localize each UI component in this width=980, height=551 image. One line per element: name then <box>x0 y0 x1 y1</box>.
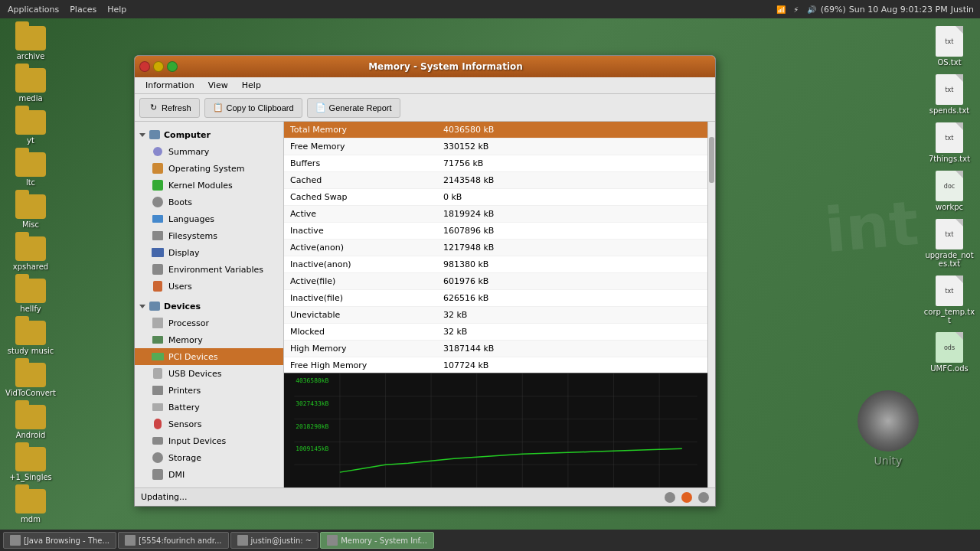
dmi-icon <box>152 468 164 481</box>
icon-plus1singles[interactable]: +1_Singles <box>3 444 58 484</box>
sysinfo-icon <box>327 535 338 546</box>
sidebar-item-sensors[interactable]: Sensors <box>135 416 283 432</box>
icon-hellfy[interactable]: hellfy <box>3 276 58 316</box>
sidebar-item-memory[interactable]: Memory <box>135 331 283 348</box>
applications-menu[interactable]: Applications <box>3 0 64 18</box>
system-tray: 📶 ⚡ 🔊 (69%) Sun 10 Aug 9:01:23 PM Justin <box>775 3 980 15</box>
maximize-button[interactable] <box>167 61 178 72</box>
scrollbar-thumb[interactable] <box>709 137 714 183</box>
sidebar-item-storage[interactable]: Storage <box>135 449 283 466</box>
table-row: Active(file)601976 kB <box>284 273 707 290</box>
icon-misc[interactable]: Misc <box>3 191 58 232</box>
minimize-button[interactable] <box>153 61 164 72</box>
sidebar-item-os[interactable]: Operating System <box>135 160 283 177</box>
main-window: Memory - System Information Information … <box>134 55 716 507</box>
computer-header[interactable]: Computer <box>135 126 283 143</box>
icon-spends-txt[interactable]: txt spends.txt <box>922 71 977 118</box>
desktop: Applications Places Help 📶 ⚡ 🔊 (69%) Sun… <box>0 0 980 551</box>
help-menu[interactable]: Help <box>103 0 131 18</box>
icon-android[interactable]: Android <box>3 402 58 442</box>
copy-clipboard-button[interactable]: 📋 Copy to Clipboard <box>204 98 302 118</box>
status-text: Updating... <box>141 492 188 502</box>
menu-information[interactable]: Information <box>139 79 201 92</box>
sidebar-item-processor[interactable]: Processor <box>135 315 283 331</box>
boots-icon <box>152 196 164 208</box>
sidebar-item-languages[interactable]: Languages <box>135 210 283 227</box>
sidebar-item-users[interactable]: Users <box>135 278 283 295</box>
usb-icon <box>152 367 164 380</box>
table-cell-key: High Memory <box>290 344 443 354</box>
close-button[interactable] <box>139 61 150 72</box>
table-cell-key: Inactive(anon) <box>290 259 443 269</box>
taskbar-sysinfo[interactable]: Memory - System Inf... <box>320 532 434 549</box>
icon-ltc[interactable]: ltc <box>3 149 58 190</box>
table-cell-value: 0 kB <box>443 192 701 202</box>
icon-media[interactable]: media <box>3 65 58 106</box>
sidebar-item-usb[interactable]: USB Devices <box>135 365 283 382</box>
table-cell-value: 1819924 kB <box>443 209 701 219</box>
icon-yt[interactable]: yt <box>3 107 58 148</box>
users-icon <box>152 280 164 292</box>
sidebar-item-printers[interactable]: Printers <box>135 382 283 399</box>
icon-corp-temp[interactable]: txt corp_temp.txt <box>922 272 977 328</box>
table-cell-value: 3187144 kB <box>443 344 701 354</box>
devices-header[interactable]: Devices <box>135 298 283 315</box>
icon-xpshared[interactable]: xpshared <box>3 233 58 274</box>
table-row: Active(anon)1217948 kB <box>284 240 707 256</box>
sidebar-item-input[interactable]: Input Devices <box>135 432 283 449</box>
storage-icon <box>152 452 164 464</box>
scrollbar[interactable] <box>707 122 715 487</box>
computer-section: Computer Summary Operating System Kernel… <box>135 125 283 296</box>
desktop-decoration: int <box>822 187 922 266</box>
sidebar-item-envvars[interactable]: Environment Variables <box>135 261 283 278</box>
table-cell-key: Buffers <box>290 158 443 168</box>
table-cell-key: Active(anon) <box>290 243 443 253</box>
main-panel: Total Memory4036580 kBFree Memory330152 … <box>284 122 707 487</box>
svg-text:2018290kB: 2018290kB <box>296 423 328 430</box>
kernel-icon <box>152 179 164 191</box>
icon-umfc-ods[interactable]: ods UMFC.ods <box>922 329 977 376</box>
icon-workpc[interactable]: doc workpc <box>922 168 977 214</box>
sidebar-item-dmi[interactable]: DMI <box>135 466 283 483</box>
sidebar-item-kernel[interactable]: Kernel Modules <box>135 177 283 194</box>
table-cell-key: Inactive(file) <box>290 293 443 303</box>
sidebar-item-battery[interactable]: Battery <box>135 399 283 416</box>
sidebar-item-boots[interactable]: Boots <box>135 194 283 210</box>
table-cell-key: Cached Swap <box>290 192 443 202</box>
icon-upgrade-notes[interactable]: txt upgrade_notes.txt <box>922 216 977 271</box>
copy-icon: 📋 <box>213 103 224 113</box>
table-row: Free Memory330152 kB <box>284 139 707 155</box>
sidebar-item-pci[interactable]: PCI Devices <box>135 348 283 365</box>
generate-report-button[interactable]: 📄 Generate Report <box>307 98 400 118</box>
table-row: Total Memory4036580 kB <box>284 122 707 139</box>
menu-help[interactable]: Help <box>236 79 267 92</box>
table-row: Unevictable32 kB <box>284 307 707 324</box>
table-cell-value: 2143548 kB <box>443 175 701 185</box>
taskbar-terminal[interactable]: justin@justin: ~ <box>230 532 319 549</box>
datetime: Sun 10 Aug 9:01:23 PM <box>849 5 948 15</box>
wifi-icon: 📶 <box>775 3 787 15</box>
processor-icon <box>152 317 164 329</box>
taskbar-java-browsing[interactable]: [Java Browsing - The... <box>3 532 116 549</box>
places-menu[interactable]: Places <box>65 0 101 18</box>
icon-mdm[interactable]: mdm <box>3 486 58 527</box>
devices-section: Devices Processor Memory PCI Devices <box>135 296 283 484</box>
taskbar-fourinch[interactable]: [5554:fourinch andr... <box>118 532 228 549</box>
table-row: Cached2143548 kB <box>284 172 707 189</box>
icon-7things-txt[interactable]: txt 7things.txt <box>922 119 977 166</box>
sound-icon: 🔊 <box>805 3 818 15</box>
sidebar-item-summary[interactable]: Summary <box>135 143 283 160</box>
sidebar-item-display[interactable]: Display <box>135 244 283 261</box>
refresh-button[interactable]: ↻ Refresh <box>139 98 200 118</box>
icon-archive[interactable]: archive <box>3 23 58 64</box>
icon-os-txt[interactable]: txt OS.txt <box>922 23 977 70</box>
icon-vidtoconvert[interactable]: VidToConvert <box>3 360 58 400</box>
taskbar-bottom: [Java Browsing - The... [5554:fourinch a… <box>0 530 980 551</box>
menu-view[interactable]: View <box>202 79 234 92</box>
envvars-icon <box>152 263 164 276</box>
sidebar-item-filesystems[interactable]: Filesystems <box>135 227 283 244</box>
table-cell-key: Active <box>290 209 443 219</box>
table-cell-value: 601976 kB <box>443 276 701 286</box>
table-cell-value: 981380 kB <box>443 259 701 269</box>
icon-study-music[interactable]: study music <box>3 318 58 358</box>
